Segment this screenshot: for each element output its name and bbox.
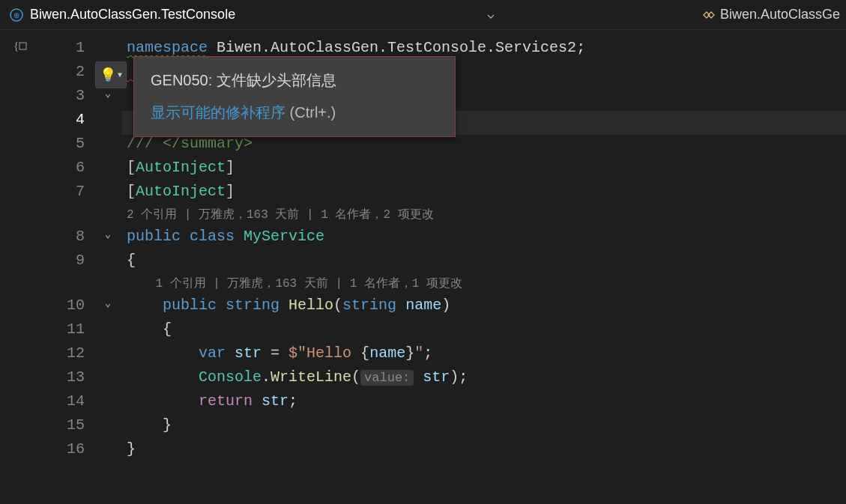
fold-chevron-icon[interactable]: ⌄ — [94, 297, 122, 321]
diagnostic-tooltip: GEN050: 文件缺少头部信息 显示可能的修补程序 (Ctrl+.) — [133, 56, 456, 137]
tab-bar: ⊕ Biwen.AutoClassGen.TestConsole Biwen.A… — [0, 0, 846, 30]
codelens-class[interactable]: 2 个引用 | 万雅虎，163 天前 | 1 名作者，2 项更改 — [122, 207, 846, 228]
line-number: 14 — [41, 392, 94, 416]
fold-chevron-icon[interactable]: ⌄ — [94, 87, 122, 111]
active-tab[interactable]: ⊕ Biwen.AutoClassGen.TestConsole — [0, 0, 506, 29]
editor-area: { 1 2 3 4 5 6 7 8 9 10 11 12 13 14 15 16… — [0, 30, 846, 504]
code-line[interactable]: Console.WriteLine(value: str); — [122, 368, 846, 392]
code-line[interactable]: } — [122, 416, 846, 440]
code-line[interactable]: { — [122, 321, 846, 344]
outline-gutter: { — [0, 30, 41, 504]
code-line[interactable]: { — [122, 252, 846, 276]
code-line[interactable]: /// </summary> — [122, 135, 846, 159]
quick-fix-link[interactable]: 显示可能的修补程序 — [151, 104, 285, 121]
lightbulb-icon: 💡 — [100, 67, 116, 83]
code-line[interactable]: public string Hello(string name) — [122, 297, 846, 321]
code-line[interactable]: [AutoInject] — [122, 183, 846, 207]
line-number-gutter: 1 2 3 4 5 6 7 8 9 10 11 12 13 14 15 16 — [41, 30, 94, 504]
folding-gutter: ⌄ ⌄ ⌄ — [94, 30, 122, 504]
line-number: 12 — [41, 344, 94, 368]
line-number: 10 — [41, 297, 94, 321]
namespace-outline-icon[interactable]: { — [13, 39, 41, 56]
line-number: 9 — [41, 252, 94, 276]
line-number: 7 — [41, 183, 94, 207]
svg-text:{: { — [13, 40, 19, 52]
class-icon — [701, 7, 716, 22]
code-line[interactable]: public class MyService — [122, 228, 846, 252]
inlay-hint: value: — [360, 370, 414, 386]
csharp-file-icon: ⊕ — [9, 7, 24, 22]
line-number: 16 — [41, 440, 94, 464]
diagnostic-message: GEN050: 文件缺少头部信息 — [151, 70, 438, 91]
code-line[interactable]: } — [122, 440, 846, 464]
tab-dropdown-icon[interactable] — [487, 7, 496, 22]
line-number: 13 — [41, 368, 94, 392]
line-number-spacer — [41, 207, 94, 228]
tab-title: Biwen.AutoClassGen.TestConsole — [30, 7, 235, 22]
line-number: 1 — [41, 39, 94, 63]
svg-text:⊕: ⊕ — [13, 11, 19, 19]
line-number: 4 — [41, 111, 94, 135]
code-line[interactable]: var str = $"Hello {name}"; — [122, 344, 846, 368]
line-number: 5 — [41, 135, 94, 159]
inactive-tab[interactable]: Biwen.AutoClassGe — [695, 0, 846, 29]
line-number: 15 — [41, 416, 94, 440]
code-content[interactable]: 💡 ▼ GEN050: 文件缺少头部信息 显示可能的修补程序 (Ctrl+.) … — [122, 30, 846, 504]
line-number: 11 — [41, 321, 94, 344]
quick-fix-shortcut: (Ctrl+.) — [290, 104, 336, 121]
code-line[interactable]: [AutoInject] — [122, 159, 846, 183]
svg-rect-3 — [19, 43, 26, 49]
line-number-spacer — [41, 276, 94, 297]
codelens-method[interactable]: 1 个引用 | 万雅虎，163 天前 | 1 名作者，1 项更改 — [122, 276, 846, 297]
line-number: 2 — [41, 63, 94, 87]
fold-chevron-icon[interactable]: ⌄ — [94, 228, 122, 252]
line-number: 3 — [41, 87, 94, 111]
line-number: 6 — [41, 159, 94, 183]
code-line[interactable]: return str; — [122, 392, 846, 416]
quick-fix-row[interactable]: 显示可能的修补程序 (Ctrl+.) — [151, 103, 438, 123]
line-number: 8 — [41, 228, 94, 252]
inactive-tab-title: Biwen.AutoClassGe — [720, 7, 840, 22]
